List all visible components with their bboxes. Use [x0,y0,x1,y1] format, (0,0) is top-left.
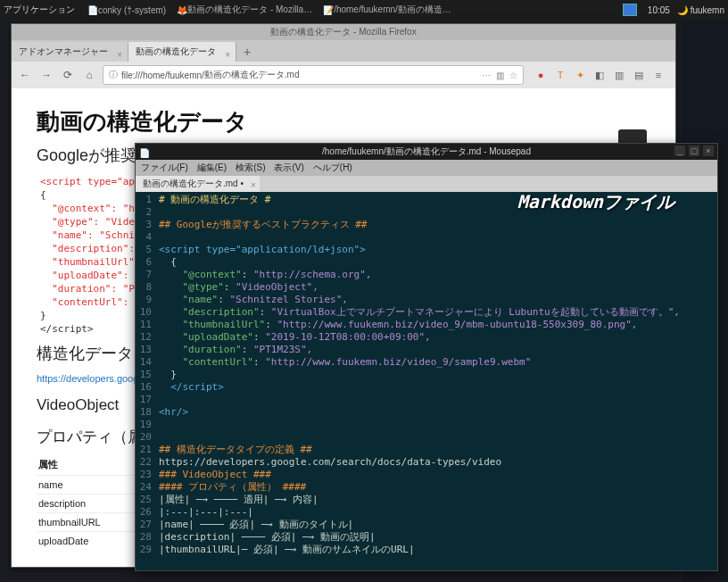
firefox-toolbar: ← → ⟳ ⌂ ⓘ file:///home/fuukemn/動画の構造化データ… [12,62,675,88]
close-icon[interactable]: × [117,46,122,65]
menu-help[interactable]: ヘルプ(H) [313,160,352,176]
task-conky[interactable]: 📄 conky (†-system) [82,5,171,15]
menu-file[interactable]: ファイル(F) [141,160,188,176]
tab-addon-manager[interactable]: アドオンマネージャー× [12,42,128,62]
ext-icon-1[interactable]: ◧ [593,69,606,81]
mousepad-titlebar: 📄 /home/fuukemn/動画の構造化データ.md - Mousepad … [136,144,717,160]
close-button[interactable]: × [703,146,714,156]
new-tab-button[interactable]: + [236,42,258,62]
page-h1: 動画の構造化データ [37,106,650,137]
line-gutter: 1 2 3 4 5 6 7 8 9 10 11 12 13 14 15 16 1… [136,192,155,570]
ublock-icon[interactable]: ● [534,69,547,81]
mousepad-menu: ファイル(F) 編集(E) 検索(S) 表示(V) ヘルプ(H) [136,160,717,176]
menu-edit[interactable]: 編集(E) [197,160,227,176]
page-info-icon[interactable]: ⓘ [109,69,118,81]
forward-button[interactable]: → [38,67,54,83]
maximize-button[interactable]: ▢ [689,146,699,156]
apps-menu[interactable]: アプリケーション [4,4,75,16]
mousepad-editor[interactable]: Markdownファイル 1 2 3 4 5 6 7 8 9 10 11 12 … [136,192,717,570]
sidebar-icon[interactable]: ▤ [633,69,645,81]
firefox-titlebar: 動画の構造化データ - Mozilla Firefox [12,24,675,40]
minimize-button[interactable]: _ [674,146,685,156]
ext-t-icon[interactable]: T [554,69,567,81]
mousepad-app-icon: 📄 [139,146,150,162]
reader-icon[interactable]: ▥ [496,71,504,80]
firefox-tabstrip: アドオンマネージャー× 動画の構造化データ× + [12,40,675,62]
bookmark-star-icon[interactable]: ☆ [509,71,517,80]
task-mousepad[interactable]: 📝 /home/fuukemn/動画の構造… [318,4,457,16]
user-label: 🌙 fuukemn [677,5,724,15]
tab-video-structured-data[interactable]: 動画の構造化データ× [128,42,236,62]
code-area[interactable]: # 動画の構造化データ # ## Googleが推奨するベストプラクティス ##… [155,192,717,570]
clock: 10:05 [648,5,670,15]
home-button[interactable]: ⌂ [81,67,97,83]
mousepad-file-tab[interactable]: 動画の構造化データ.md •× [136,176,260,192]
reload-button[interactable]: ⟳ [60,67,76,83]
ext-ext-icon[interactable]: ✦ [574,69,586,81]
library-icon[interactable]: ▥ [613,69,625,81]
close-icon[interactable]: × [225,46,230,65]
mousepad-tabstrip: 動画の構造化データ.md •× [136,176,717,192]
task-firefox[interactable]: 🦊 動画の構造化データ - Mozilla… [171,4,318,16]
more-actions-icon[interactable]: ⋯ [482,71,491,80]
back-button[interactable]: ← [17,67,33,83]
menu-search[interactable]: 検索(S) [236,160,265,176]
address-bar[interactable]: ⓘ file:///home/fuukemn/動画の構造化データ.md ⋯ ▥ … [103,65,524,85]
menu-icon[interactable]: ≡ [652,69,665,81]
tray-icon[interactable] [623,4,637,16]
mousepad-window: 📄 /home/fuukemn/動画の構造化データ.md - Mousepad … [135,143,718,571]
menu-view[interactable]: 表示(V) [274,160,303,176]
annotation-overlay: Markdownファイル [517,195,674,208]
desktop-taskbar: アプリケーション 📄 conky (†-system) 🦊 動画の構造化データ … [0,0,728,20]
